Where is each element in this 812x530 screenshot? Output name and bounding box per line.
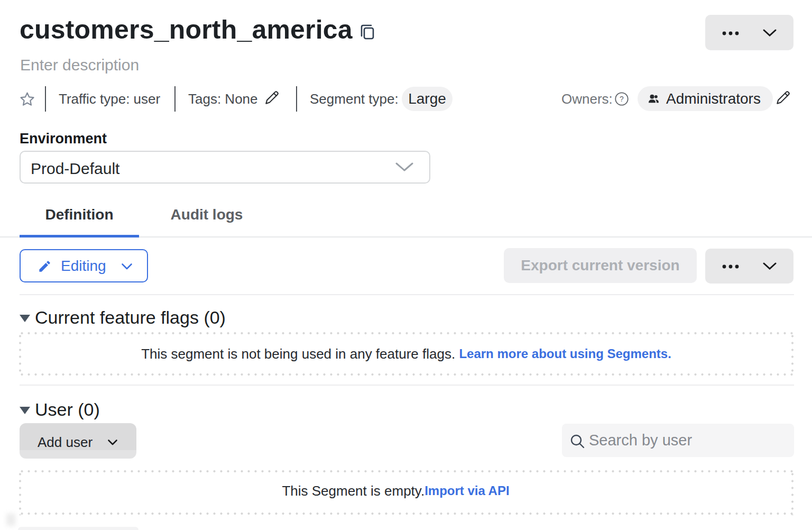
svg-text:?: ? bbox=[620, 95, 624, 103]
